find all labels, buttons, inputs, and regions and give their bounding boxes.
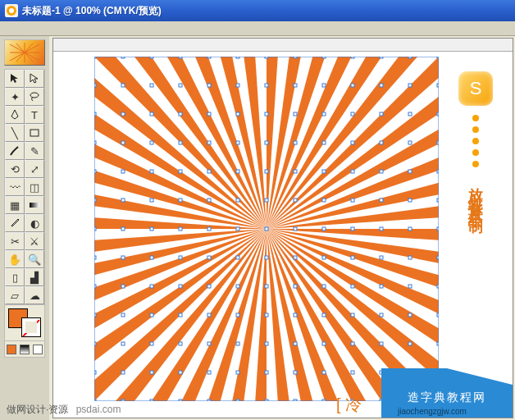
svg-rect-111: [121, 285, 125, 288]
svg-rect-50: [236, 141, 239, 144]
hand-tool[interactable]: ✋: [5, 250, 25, 268]
right-info-column: S 放射状背景绘制: [449, 71, 503, 211]
gradient-swatch-panel[interactable]: [4, 39, 45, 66]
svg-rect-48: [179, 141, 182, 144]
svg-rect-74: [179, 199, 182, 202]
canvas-area[interactable]: S 放射状背景绘制 [ 冷 造字典教程网 jiaochengzgjw.com: [52, 38, 513, 418]
watermark: 做网设计·资源 psdai.com: [7, 403, 121, 417]
svg-rect-55: [380, 141, 383, 144]
svg-rect-23: [207, 84, 211, 87]
gold-logo-symbol: S: [470, 78, 482, 99]
gradient-tool[interactable]: [25, 196, 44, 214]
svg-rect-36: [207, 112, 211, 116]
watermark-text: 做网设计·资源: [7, 404, 68, 415]
svg-rect-151: [150, 371, 153, 374]
svg-rect-129: [265, 313, 268, 317]
mesh-tool[interactable]: ▦: [5, 196, 25, 214]
color-mode-solid[interactable]: [7, 345, 16, 354]
svg-rect-33: [121, 112, 125, 116]
banner-title: 造字典教程网: [408, 390, 486, 405]
svg-rect-90: [265, 227, 268, 231]
svg-rect-152: [179, 371, 182, 374]
direct-selection-tool[interactable]: [25, 70, 44, 88]
svg-rect-66: [322, 170, 326, 173]
gold-dots-icon: [472, 112, 479, 170]
svg-rect-3: [30, 130, 39, 136]
rectangle-tool[interactable]: [25, 124, 44, 142]
svg-rect-94: [380, 227, 383, 231]
free-transform-tool[interactable]: ◫: [25, 178, 44, 196]
scissors-tool[interactable]: ✂: [5, 232, 25, 250]
column-graph-tool[interactable]: ▯: [5, 268, 25, 286]
svg-rect-131: [322, 313, 326, 317]
type-tool[interactable]: T: [25, 106, 44, 124]
banner-subtitle: jiaochengzgjw.com: [398, 407, 467, 416]
svg-rect-119: [351, 285, 354, 288]
magic-wand-tool[interactable]: ✦: [5, 88, 25, 106]
rotate-tool[interactable]: ⟲: [5, 160, 25, 178]
sidebar-vertical-title: 放射状背景绘制: [466, 176, 485, 211]
brush-tool[interactable]: [5, 142, 25, 160]
svg-rect-81: [380, 199, 383, 202]
svg-rect-108: [408, 256, 412, 259]
eyedropper-tool[interactable]: [5, 214, 25, 232]
options-bar: [0, 21, 515, 36]
toolbox: ✦ T ╲ ✎ ⟲ ⤢ 〰 ◫ ▦ ◐ ✂ ⚔ ✋ 🔍 ▯ ▟ ▱ ☁: [4, 69, 45, 305]
svg-rect-158: [351, 371, 354, 374]
svg-rect-80: [351, 199, 354, 202]
svg-rect-157: [322, 371, 326, 374]
svg-rect-141: [236, 342, 239, 345]
symbol-tool[interactable]: ☁: [25, 286, 44, 304]
svg-rect-46: [121, 141, 125, 144]
color-mode-none[interactable]: [33, 345, 43, 354]
pen-tool[interactable]: [5, 106, 25, 124]
artboard-tool[interactable]: ▱: [5, 286, 25, 304]
svg-rect-63: [236, 170, 239, 173]
stroke-swatch[interactable]: [21, 317, 41, 337]
svg-rect-112: [150, 285, 153, 288]
svg-rect-103: [265, 256, 268, 259]
svg-rect-64: [265, 170, 268, 173]
svg-rect-155: [265, 371, 268, 374]
scale-tool[interactable]: ⤢: [25, 160, 44, 178]
slice-tool[interactable]: ▟: [25, 268, 44, 286]
svg-rect-87: [179, 227, 182, 231]
titlebar: 未标题-1 @ 100% (CMYK/预览): [0, 0, 515, 21]
site-banner: 造字典教程网 jiaochengzgjw.com: [381, 368, 513, 418]
pencil-tool[interactable]: ✎: [25, 142, 44, 160]
svg-rect-88: [207, 227, 211, 231]
zoom-tool[interactable]: 🔍: [25, 250, 44, 268]
starburst-artwork[interactable]: [94, 57, 439, 401]
svg-rect-40: [322, 112, 326, 116]
svg-rect-138: [150, 342, 153, 345]
window-title: 未标题-1 @ 100% (CMYK/预览): [22, 4, 162, 18]
svg-rect-35: [179, 112, 182, 116]
fill-stroke-indicator[interactable]: [4, 305, 45, 341]
svg-rect-51: [265, 141, 268, 144]
svg-rect-133: [380, 313, 383, 317]
svg-rect-95: [408, 227, 412, 231]
svg-rect-30: [408, 84, 412, 87]
svg-rect-130: [294, 313, 297, 317]
color-mode-gradient[interactable]: [20, 345, 30, 354]
selection-tool[interactable]: [5, 70, 25, 88]
svg-rect-21: [150, 84, 153, 87]
svg-rect-117: [294, 285, 297, 288]
svg-rect-47: [150, 141, 153, 144]
line-tool[interactable]: ╲: [5, 124, 25, 142]
svg-rect-22: [179, 84, 182, 87]
svg-rect-116: [265, 285, 268, 288]
svg-rect-137: [121, 342, 125, 345]
svg-rect-121: [408, 285, 412, 288]
warp-tool[interactable]: 〰: [5, 178, 25, 196]
artboard[interactable]: [94, 57, 439, 401]
lasso-tool[interactable]: [25, 88, 44, 106]
svg-rect-153: [207, 371, 211, 374]
svg-rect-127: [207, 313, 211, 317]
blend-tool[interactable]: ◐: [25, 214, 44, 232]
svg-rect-146: [380, 342, 383, 345]
svg-rect-76: [236, 199, 239, 202]
left-column: ✦ T ╲ ✎ ⟲ ⤢ 〰 ◫ ▦ ◐ ✂ ⚔ ✋ 🔍 ▯ ▟ ▱ ☁: [0, 36, 49, 420]
svg-rect-60: [150, 170, 153, 173]
knife-tool[interactable]: ⚔: [25, 232, 44, 250]
